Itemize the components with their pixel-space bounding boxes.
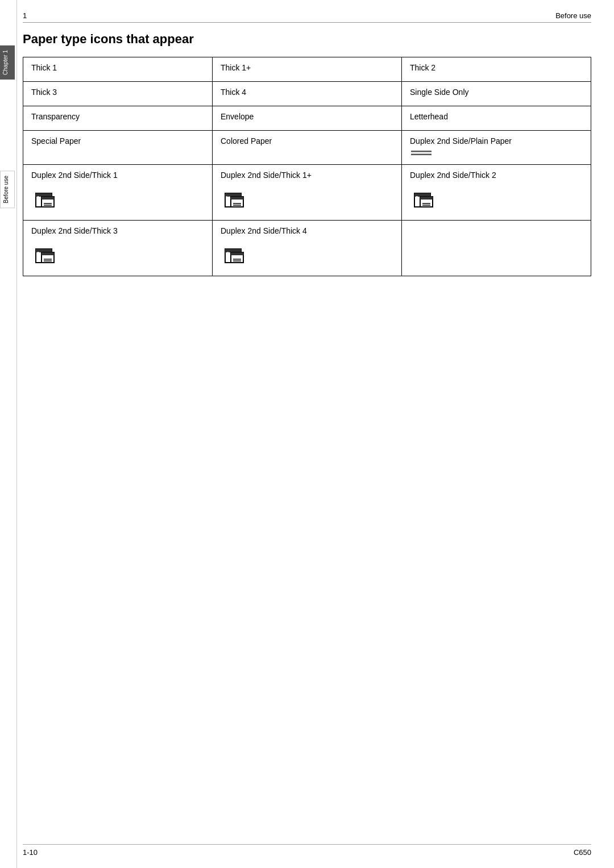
cell-label: Thick 1: [31, 63, 204, 72]
paper-type-table: Thick 1 Thick 1+ Thick 2 Thick 3 Thick 4: [23, 57, 591, 276]
footer-page-number: 1-10: [23, 848, 38, 857]
cell-label: Thick 1+: [221, 63, 393, 72]
table-cell-empty: [402, 221, 591, 276]
table-row: Thick 1 Thick 1+ Thick 2: [23, 57, 591, 82]
table-row: Duplex 2nd Side/Thick 1 1: [23, 165, 591, 221]
duplex-thick1plus-icon: 1+: [221, 183, 393, 214]
top-bar: 1 Before use: [23, 11, 591, 23]
table-cell: Duplex 2nd Side/Thick 1+ 1+: [213, 165, 402, 221]
svg-rect-0: [411, 151, 432, 152]
cell-label: Colored Paper: [221, 136, 393, 146]
svg-rect-33: [231, 252, 243, 255]
svg-text:2: 2: [416, 195, 418, 200]
table-cell: Thick 1: [23, 57, 213, 82]
cell-label: Transparency: [31, 112, 204, 121]
cell-label: Duplex 2nd Side/Plain Paper: [410, 136, 583, 146]
svg-rect-12: [231, 197, 243, 200]
cell-label: Thick 2: [410, 63, 583, 72]
table-cell: Duplex 2nd Side/Thick 3 3: [23, 221, 213, 276]
table-cell: Duplex 2nd Side/Thick 1 1: [23, 165, 213, 221]
table-cell: Transparency: [23, 106, 213, 131]
svg-rect-5: [42, 197, 54, 200]
duplex-thick1-icon: 1: [31, 183, 204, 214]
before-use-header-label: Before use: [555, 11, 591, 20]
sidebar-before-use-label: Before use: [0, 171, 15, 208]
main-content: 1 Before use Paper type icons that appea…: [23, 0, 591, 276]
table-cell: Envelope: [213, 106, 402, 131]
cell-label: Duplex 2nd Side/Thick 2: [410, 171, 583, 180]
cell-label: Duplex 2nd Side/Thick 4: [221, 226, 393, 235]
table-row: Transparency Envelope Letterhead: [23, 106, 591, 131]
table-cell: Duplex 2nd Side/Plain Paper: [402, 131, 591, 165]
cell-label: Envelope: [221, 112, 393, 121]
cell-label: Thick 4: [221, 88, 393, 97]
table-cell: Duplex 2nd Side/Thick 2 2: [402, 165, 591, 221]
table-cell: Duplex 2nd Side/Thick 4 4: [213, 221, 402, 276]
plain-paper-icon: [410, 149, 583, 159]
cell-label: Single Side Only: [410, 88, 583, 97]
footer-model-number: C650: [574, 848, 591, 857]
section-title: Paper type icons that appear: [23, 32, 591, 47]
cell-label: Thick 3: [31, 88, 204, 97]
duplex-thick3-icon: 3: [31, 239, 204, 270]
table-cell: Special Paper: [23, 131, 213, 165]
table-cell: Thick 4: [213, 82, 402, 106]
table-row: Special Paper Colored Paper Duplex 2nd S…: [23, 131, 591, 165]
table-cell: Letterhead: [402, 106, 591, 131]
cell-label: Letterhead: [410, 112, 583, 121]
page-number-top: 1: [23, 11, 27, 20]
duplex-thick2-icon: 2: [410, 183, 583, 214]
svg-rect-26: [42, 252, 54, 255]
svg-text:3: 3: [37, 251, 40, 256]
cell-label: Duplex 2nd Side/Thick 3: [31, 226, 204, 235]
table-cell: Thick 3: [23, 82, 213, 106]
table-row: Thick 3 Thick 4 Single Side Only: [23, 82, 591, 106]
svg-text:1+: 1+: [226, 196, 230, 200]
footer: 1-10 C650: [23, 844, 591, 857]
table-cell: Colored Paper: [213, 131, 402, 165]
svg-text:4: 4: [226, 251, 229, 256]
svg-rect-1: [411, 154, 432, 156]
svg-text:1: 1: [37, 195, 40, 200]
sidebar-chapter-label: Chapter 1: [0, 45, 15, 80]
table-cell: Single Side Only: [402, 82, 591, 106]
duplex-thick4-icon: 4: [221, 239, 393, 270]
table-row: Duplex 2nd Side/Thick 3 3: [23, 221, 591, 276]
cell-label: Duplex 2nd Side/Thick 1+: [221, 171, 393, 180]
table-cell: Thick 2: [402, 57, 591, 82]
svg-rect-19: [420, 197, 433, 200]
sidebar: Chapter 1 Before use: [0, 0, 17, 868]
cell-label: Duplex 2nd Side/Thick 1: [31, 171, 204, 180]
table-cell: Thick 1+: [213, 57, 402, 82]
cell-label: Special Paper: [31, 136, 204, 146]
